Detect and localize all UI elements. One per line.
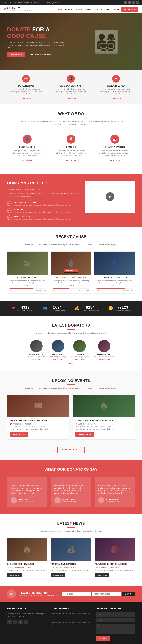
cause-img-education: 📚 — [7, 252, 48, 274]
news-body-fundraising: FUNDRAISING STARTED Posted by Author 1 |… — [51, 561, 91, 579]
calendar-icon-2: 📅 — [75, 423, 77, 425]
dot-2[interactable] — [72, 363, 73, 364]
news-read-more-shelter[interactable]: READ MORE — [7, 573, 22, 577]
hero-volunteer-button[interactable]: BECOME A VOLUNTEER — [27, 52, 54, 57]
events-read-more[interactable]: READ MORE — [107, 159, 122, 163]
newsletter-signup-button[interactable]: SIGN UP — [122, 592, 135, 596]
news-fundraising: 💰 FUNDRAISING STARTED Posted by Author 1… — [51, 538, 91, 579]
testimonial-author-john: JOHN DOE Home Company Name — [11, 497, 44, 504]
fundraising-read-more[interactable]: READ MORE — [20, 159, 35, 163]
how-item-donate-text: SEND DONATION Lorem ipsum dolor sit amet… — [14, 216, 71, 220]
news-read-more-fundraising[interactable]: READ MORE — [51, 573, 66, 577]
stat-donators-text: 8234 Achieved Donators — [81, 305, 99, 312]
quote-mark-3: " — [97, 479, 99, 484]
header-donate-button[interactable]: Donate Now — [121, 7, 138, 12]
google-icon[interactable]: g — [132, 1, 135, 4]
divider — [67, 118, 75, 118]
cause-meta-clothes: $1200 March 22, 2016 — [96, 290, 132, 291]
footer-linkedin-icon[interactable]: in — [24, 620, 28, 624]
footer-facebook-icon[interactable]: f — [7, 620, 12, 624]
contact-submit-button[interactable]: SUBMIT — [96, 636, 110, 641]
contact-message-input[interactable] — [96, 624, 135, 634]
feature-donate-link[interactable]: LEARN MORE — [19, 97, 33, 100]
children-stat-icon: 😊 — [108, 306, 113, 310]
nav-home[interactable]: Home — [57, 8, 62, 10]
causes-read-more[interactable]: READ MORE — [64, 159, 79, 163]
footer-about-desc: Lorem ipsum dolor sit amet, consectetur … — [7, 612, 46, 618]
donator-avatar-martina — [98, 340, 110, 352]
twitter-icon[interactable]: t — [128, 1, 131, 4]
author-role-john: Home Company Name — [18, 500, 33, 502]
tweet-text-1: Lorem ipsum dolor sit amet, consectetur … — [52, 612, 90, 615]
cause-card-clothes: 👗 CLOTHES FOR CHILDRENS Lorem ipsum dolo… — [94, 251, 135, 294]
location-icon: 📍 — [10, 426, 12, 428]
event-date-education: 📅 JUNE 28, 2016 | 7:00 PM — [10, 423, 67, 425]
cause-progress-education — [10, 288, 46, 288]
nav-pages[interactable]: Pages — [76, 8, 82, 10]
news-img-fundraising: 💰 — [51, 538, 91, 561]
news-meta-fundraising: Posted by Author 1 | May 20, 2016 — [51, 566, 91, 568]
hero-donate-button[interactable]: DONATE NOW — [7, 52, 25, 57]
nav-events[interactable]: Events — [85, 8, 91, 10]
testimonial-alex: " Lorem ipsum dolor sit amet, consectetu… — [51, 477, 91, 507]
testimonial-cards-list: " Lorem ipsum dolor sit amet, consectetu… — [7, 477, 135, 507]
fundraising-icon: 👤 — [23, 135, 32, 144]
progress-fill-1 — [10, 288, 33, 288]
feature-save-link[interactable]: LEARN MORE — [109, 97, 123, 100]
donators-stat-icon: 💰 — [75, 306, 79, 310]
fundraising-title: FUNDRAISING — [11, 146, 44, 148]
logo[interactable]: ♥ CHARITY A FOUNDATION FOR GOOD — [4, 7, 32, 12]
event-title-education: EDUCATION FOR EVERY CHILDREN — [10, 419, 67, 422]
contact-email-input[interactable] — [96, 618, 135, 622]
rss-icon[interactable]: r — [136, 1, 139, 4]
news-playschool: 🎒 PLAYSCHOOL FOR CHILDRENS Posted by Aut… — [95, 538, 135, 579]
feature-scholarship-link[interactable]: LEARN MORE — [64, 97, 78, 100]
author-avatar-alex — [55, 497, 61, 504]
nav-blog[interactable]: Blog — [104, 8, 109, 10]
dot-1[interactable] — [69, 363, 71, 364]
feature-donate-title: DONATE NOW — [8, 84, 44, 87]
event-body-homeless: DONATION FOR HOMELESS PEOPLE 📅 JUNE 28, … — [73, 416, 135, 440]
news-title-shelter: SHELTER FOR HOMELESS — [7, 563, 47, 565]
quote-mark-2: " — [54, 479, 56, 484]
donators-section: LATEST DONATORS Lorem ipsum dolor sit am… — [0, 316, 142, 371]
cause-date-1: March 22, 2016 — [36, 290, 46, 291]
feature-save-title: SAVE CHILDREN — [98, 84, 134, 87]
nav-about[interactable]: About Us — [65, 8, 74, 10]
facebook-icon[interactable]: f — [124, 1, 127, 4]
cause-date-2: March 22, 2016 — [79, 290, 89, 291]
cause-title-water: PURE WATER FOR EVERYONE! — [53, 277, 89, 279]
event-body-education: EDUCATION FOR EVERY CHILDREN 📅 JUNE 28, … — [7, 416, 69, 440]
phone: +1 389-23-11-35 — [31, 2, 44, 4]
water-donate-button[interactable]: DONATE NOW — [64, 269, 78, 273]
causes-title: CAUSE'S — [55, 146, 88, 148]
news-img-shelter: 🏠 — [7, 538, 47, 561]
how-item-support-text: SUPPORT Lorem ipsum dolor sit amet, cons… — [14, 208, 71, 214]
newsletter-email-input[interactable] — [92, 592, 120, 596]
events-desc: Lorem ipsum dolor sit amet, consectetur … — [18, 387, 124, 390]
footer-google-icon[interactable]: g — [18, 620, 23, 624]
how-item-volunteer-desc: Lorem ipsum dolor sit amet, consectetur … — [14, 204, 71, 206]
nav-contact[interactable]: Contact — [111, 8, 119, 10]
logo-name: CHARITY — [7, 7, 32, 10]
stat-donators-label: Achieved Donators — [81, 310, 99, 312]
nav-features[interactable]: Features — [94, 8, 102, 10]
donators-desc: Lorem ipsum dolor sit amet, consectetur … — [18, 332, 124, 334]
feature-donate: 💝 DONATE NOW Lorem ipsum dolor sit amet,… — [8, 75, 44, 100]
cause-card-education: 📚 EDUCATION FOR ALL Lorem ipsum dolor si… — [7, 251, 48, 294]
enroll-homeless-button[interactable]: ENROLL NOW — [75, 432, 94, 437]
enroll-education-button[interactable]: ENROLL NOW — [10, 432, 28, 437]
calendar-icon: 📅 — [10, 423, 12, 425]
footer-twitter-icon[interactable]: t — [13, 620, 17, 624]
news-read-more-playschool[interactable]: READ MORE — [95, 573, 109, 577]
logo-subtitle: A FOUNDATION FOR GOOD — [7, 10, 32, 12]
stat-children-label: Saved Childrens — [115, 310, 130, 312]
play-button[interactable]: ▶ — [106, 192, 114, 201]
contact-name-input[interactable] — [96, 612, 135, 617]
view-all-events-button[interactable]: VIEW ALL EVENTS — [57, 446, 84, 453]
event-desc-education: Lorem ipsum dolor sit amet, consectetur … — [10, 428, 67, 430]
cause-card-water: 💧 DONATE NOW PURE WATER FOR EVERYONE! Lo… — [51, 251, 91, 294]
cause-progress-water — [53, 288, 89, 288]
donator-role-john: Company Manager, Sydney — [70, 356, 89, 358]
newsletter-name-input[interactable] — [62, 592, 91, 596]
